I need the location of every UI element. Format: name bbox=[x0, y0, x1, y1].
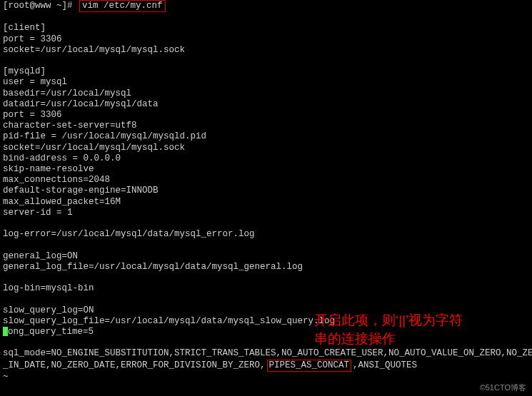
blank-line bbox=[3, 218, 529, 229]
config-charset: character-set-server=utf8 bbox=[3, 121, 529, 131]
blank-line bbox=[3, 56, 529, 66]
config-log-bin: log-bin=mysql-bin bbox=[3, 283, 529, 294]
long-query-rest: ong_query_time=5 bbox=[8, 327, 94, 337]
blank-line bbox=[3, 240, 529, 250]
shell-prompt-line: [root@www ~]# vim /etc/my.cnf bbox=[3, 0, 529, 12]
config-bind-address: bind-address = 0.0.0.0 bbox=[3, 153, 529, 164]
config-client-socket: socket=/usr/local/mysql/mysql.sock bbox=[3, 45, 529, 56]
config-mysqld-section: [mysqld] bbox=[3, 66, 529, 77]
blank-line bbox=[3, 273, 529, 283]
config-engine: default-storage-engine=INNODB bbox=[3, 186, 529, 196]
config-general-log: general_log=ON bbox=[3, 251, 529, 262]
sql-mode-part3: ,ANSI_QUOTES bbox=[353, 360, 417, 370]
config-basedir: basedir=/usr/local/mysql bbox=[3, 88, 529, 99]
config-client-port: port = 3306 bbox=[3, 34, 529, 45]
annotation-line1: 开启此项，则‘||’视为字符 bbox=[314, 311, 496, 330]
config-log-error: log-error=/usr/local/mysql/data/mysql_er… bbox=[3, 229, 529, 240]
blank-line bbox=[3, 12, 529, 23]
config-port: port = 3306 bbox=[3, 110, 529, 121]
config-max-connections: max_connections=2048 bbox=[3, 175, 529, 186]
config-server-id: server-id = 1 bbox=[3, 208, 529, 218]
config-pidfile: pid-file = /usr/local/mysql/mysqld.pid bbox=[3, 131, 529, 142]
config-skip-name-resolve: skip-name-resolve bbox=[3, 164, 529, 175]
annotation-text: 开启此项，则‘||’视为字符 串的连接操作 bbox=[314, 311, 496, 348]
config-max-packet: max_allowed_packet=16M bbox=[3, 197, 529, 208]
blank-line bbox=[3, 294, 529, 305]
shell-prompt: [root@www ~]# bbox=[3, 1, 78, 11]
annotation-line2: 串的连接操作 bbox=[314, 330, 496, 348]
watermark: ©51CTO博客 bbox=[480, 382, 526, 393]
config-user: user = mysql bbox=[3, 77, 529, 88]
config-datadir: datadir=/usr/local/mysql/data bbox=[3, 99, 529, 110]
config-sql-mode-line1: sql_mode=NO_ENGINE_SUBSTITUTION,STRICT_T… bbox=[3, 348, 529, 359]
pipes-as-concat-text: PIPES_AS_CONCAT bbox=[269, 360, 350, 370]
config-client-section: [client] bbox=[3, 23, 529, 34]
vim-tilde-line: ~ bbox=[3, 372, 529, 382]
vim-cursor bbox=[3, 327, 8, 336]
pipes-as-concat-highlight-box: PIPES_AS_CONCAT bbox=[267, 360, 352, 372]
sql-mode-part1: _IN_DATE,NO_ZERO_DATE,ERROR_FOR_DIVISION… bbox=[3, 360, 266, 370]
config-socket: socket=/usr/local/mysql/mysql.sock bbox=[3, 143, 529, 153]
config-sql-mode-line2: _IN_DATE,NO_ZERO_DATE,ERROR_FOR_DIVISION… bbox=[3, 360, 529, 372]
command-highlight-box: vim /etc/my.cnf bbox=[79, 0, 166, 12]
config-general-log-file: general_log_file=/usr/local/mysql/data/m… bbox=[3, 262, 529, 273]
command-text: vim /etc/my.cnf bbox=[82, 1, 163, 11]
